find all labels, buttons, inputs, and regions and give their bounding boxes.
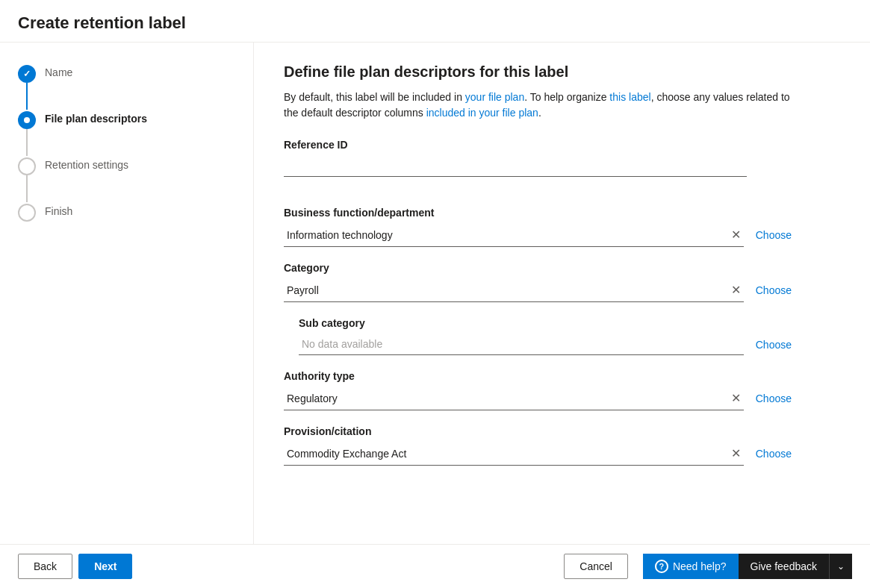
business-function-input-wrapper: Information technology ✕	[284, 223, 744, 247]
step-name-circle: ✓	[18, 65, 36, 83]
back-button[interactable]: Back	[18, 554, 72, 579]
business-function-group: Business function/department Information…	[284, 207, 792, 247]
category-label: Category	[284, 262, 792, 274]
authority-type-choose-button[interactable]: Choose	[756, 392, 792, 404]
reference-id-label: Reference ID	[284, 139, 792, 151]
connector-line-1	[26, 83, 28, 110]
active-dot	[24, 117, 30, 123]
sidebar: ✓ Name File plan descriptors Retention s…	[0, 43, 254, 544]
step-retention-circle	[18, 157, 36, 175]
file-plan-link: your file plan	[465, 91, 524, 103]
section-description: By default, this label will be included …	[284, 90, 792, 121]
authority-type-row: Regulatory ✕ Choose	[284, 387, 792, 410]
next-button[interactable]: Next	[78, 554, 132, 579]
step-name-wrapper: ✓ Name	[18, 63, 235, 110]
step-retention-wrapper: Retention settings	[18, 156, 235, 202]
sub-category-row: No data available Choose	[299, 334, 792, 355]
category-group: Category Payroll ✕ Choose	[284, 262, 792, 302]
provision-label: Provision/citation	[284, 425, 792, 437]
included-link: included in your file plan	[426, 107, 538, 119]
give-feedback-button[interactable]: Give feedback	[739, 554, 830, 579]
connector-line-3	[26, 175, 28, 202]
need-help-button[interactable]: ? Need help?	[643, 554, 739, 579]
sub-category-choose-button[interactable]: Choose	[756, 339, 792, 351]
sub-category-group: Sub category No data available Choose	[299, 317, 792, 355]
category-clear-button[interactable]: ✕	[728, 283, 744, 297]
sidebar-item-name: Name	[45, 63, 72, 81]
step-finish-row: Finish	[18, 202, 235, 222]
authority-type-group: Authority type Regulatory ✕ Choose	[284, 370, 792, 410]
step-fileplandesc-circle	[18, 111, 36, 129]
business-function-clear-button[interactable]: ✕	[728, 228, 744, 242]
section-title: Define file plan descriptors for this la…	[284, 63, 840, 81]
reference-id-input[interactable]	[284, 155, 747, 177]
main-content: ✓ Name File plan descriptors Retention s…	[0, 43, 870, 544]
category-row: Payroll ✕ Choose	[284, 278, 792, 302]
provision-group: Provision/citation Commodity Exchange Ac…	[284, 425, 792, 466]
provision-row: Commodity Exchange Act ✕ Choose	[284, 442, 792, 466]
provision-value: Commodity Exchange Act	[284, 448, 728, 460]
need-help-label: Need help?	[673, 560, 727, 572]
authority-type-label: Authority type	[284, 370, 792, 382]
provision-clear-button[interactable]: ✕	[728, 446, 744, 460]
page-title: Create retention label	[18, 13, 852, 33]
sidebar-item-file-plan: File plan descriptors	[45, 110, 147, 127]
footer: Back Next Cancel ? Need help? Give feedb…	[0, 544, 870, 588]
authority-type-input-wrapper: Regulatory ✕	[284, 387, 744, 410]
category-value: Payroll	[284, 284, 728, 296]
business-function-choose-button[interactable]: Choose	[756, 229, 792, 241]
this-label-link: this label	[609, 91, 650, 103]
provision-choose-button[interactable]: Choose	[756, 448, 792, 460]
step-finish-circle	[18, 204, 36, 222]
business-function-row: Information technology ✕ Choose	[284, 223, 792, 247]
checkmark-icon: ✓	[23, 69, 31, 79]
authority-type-value: Regulatory	[284, 392, 728, 404]
content-area: Define file plan descriptors for this la…	[254, 43, 870, 544]
business-function-value: Information technology	[284, 229, 728, 241]
step-retention-row: Retention settings	[18, 156, 235, 175]
help-icon: ?	[655, 560, 668, 573]
sidebar-item-finish: Finish	[45, 202, 72, 219]
sub-category-label: Sub category	[299, 317, 792, 329]
sub-category-value: No data available	[299, 338, 744, 350]
category-input-wrapper: Payroll ✕	[284, 278, 744, 302]
chevron-down-icon[interactable]: ⌄	[829, 554, 852, 579]
step-finish-wrapper: Finish	[18, 202, 235, 222]
authority-type-clear-button[interactable]: ✕	[728, 391, 744, 405]
business-function-label: Business function/department	[284, 207, 792, 219]
cancel-button[interactable]: Cancel	[564, 554, 628, 579]
sidebar-item-retention: Retention settings	[45, 156, 128, 173]
step-fileplandesc-row: File plan descriptors	[18, 110, 235, 129]
page-header: Create retention label	[0, 0, 870, 43]
connector-line-2	[26, 129, 28, 156]
step-fileplandesc-wrapper: File plan descriptors	[18, 110, 235, 156]
category-choose-button[interactable]: Choose	[756, 284, 792, 296]
sub-category-input-wrapper: No data available	[299, 334, 744, 355]
provision-input-wrapper: Commodity Exchange Act ✕	[284, 442, 744, 466]
reference-id-group: Reference ID	[284, 139, 792, 192]
help-section: ? Need help? Give feedback ⌄	[643, 554, 852, 579]
step-name-row: ✓ Name	[18, 63, 235, 83]
